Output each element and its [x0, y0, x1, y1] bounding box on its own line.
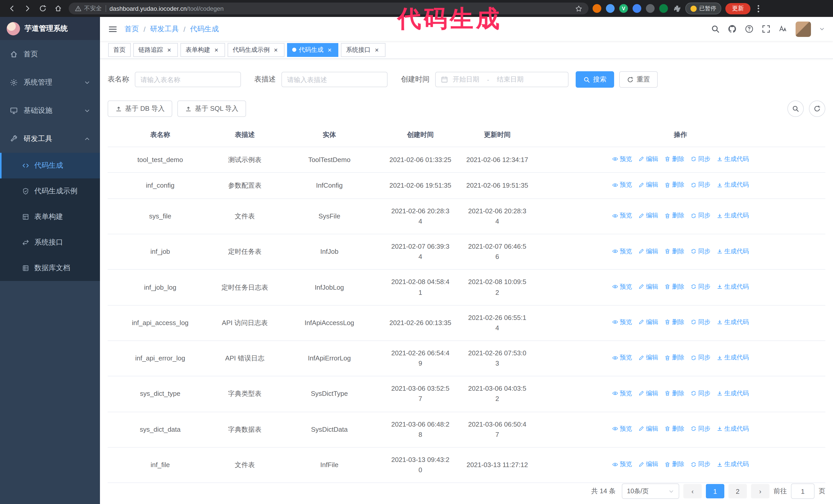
edit-action-link[interactable]: 编辑	[638, 246, 658, 256]
preview-action-link[interactable]: 预览	[612, 388, 632, 398]
browser-back-button[interactable]	[5, 2, 19, 15]
edit-action-link[interactable]: 编辑	[638, 388, 658, 398]
generate-code-action-link[interactable]: 生成代码	[717, 154, 749, 164]
date-range-picker[interactable]: 开始日期 - 结束日期	[435, 72, 569, 87]
tab-codegen[interactable]: 代码生成×	[287, 43, 338, 57]
edit-action-link[interactable]: 编辑	[638, 317, 658, 327]
delete-action-link[interactable]: 删除	[664, 460, 684, 469]
sync-action-link[interactable]: 同步	[690, 460, 711, 469]
paused-badge[interactable]: 已暂停	[685, 3, 721, 14]
delete-action-link[interactable]: 删除	[664, 353, 684, 362]
generate-code-action-link[interactable]: 生成代码	[717, 282, 749, 291]
next-page-button[interactable]: ›	[751, 484, 769, 498]
user-avatar[interactable]	[795, 21, 811, 37]
edit-action-link[interactable]: 编辑	[638, 211, 658, 220]
search-toggle-button[interactable]	[787, 100, 804, 117]
gray-extension-icon[interactable]	[646, 4, 654, 13]
app-logo[interactable]: 芋道管理系统	[0, 17, 100, 40]
generate-code-action-link[interactable]: 生成代码	[717, 317, 749, 327]
sidebar-item-form-builder[interactable]: 表单构建	[0, 204, 100, 230]
preview-action-link[interactable]: 预览	[612, 282, 632, 291]
tab-tracer[interactable]: 链路追踪×	[133, 43, 178, 57]
sync-action-link[interactable]: 同步	[690, 317, 711, 327]
delete-action-link[interactable]: 删除	[664, 246, 684, 256]
security-chip[interactable]: 不安全	[75, 5, 102, 12]
tab-codegen-example[interactable]: 代码生成示例×	[228, 43, 285, 57]
sync-action-link[interactable]: 同步	[690, 246, 711, 256]
edit-action-link[interactable]: 编辑	[638, 180, 658, 190]
tab-close-icon[interactable]: ×	[326, 46, 333, 53]
edit-action-link[interactable]: 编辑	[638, 353, 658, 362]
preview-action-link[interactable]: 预览	[612, 317, 632, 327]
sidebar-item-codegen-example[interactable]: 代码生成示例	[0, 178, 100, 204]
generate-code-action-link[interactable]: 生成代码	[717, 211, 749, 220]
help-icon[interactable]	[745, 25, 754, 33]
address-bar[interactable]: 不安全 dashboard.yudao.iocoder.cn/tool/code…	[69, 3, 589, 14]
green-extension-icon[interactable]	[659, 4, 668, 13]
delete-action-link[interactable]: 删除	[664, 424, 684, 433]
browser-reload-button[interactable]	[36, 2, 49, 15]
browser-fwd-button[interactable]	[21, 2, 34, 15]
sync-action-link[interactable]: 同步	[690, 282, 711, 291]
font-icon[interactable]	[779, 25, 787, 33]
breadcrumb-item[interactable]: 研发工具	[150, 24, 179, 33]
table-name-input[interactable]	[135, 72, 241, 87]
sync-action-link[interactable]: 同步	[690, 154, 711, 164]
sidebar-item-devtools[interactable]: 研发工具	[0, 125, 100, 153]
sidebar-item-infra[interactable]: 基础设施	[0, 96, 100, 125]
expand-icon[interactable]	[762, 25, 770, 33]
tab-close-icon[interactable]: ×	[166, 46, 173, 53]
search-button[interactable]: 搜索	[576, 71, 614, 88]
reset-button[interactable]: 重置	[619, 71, 658, 88]
preview-action-link[interactable]: 预览	[612, 180, 632, 190]
sidebar-item-system[interactable]: 系统管理	[0, 68, 100, 96]
refresh-button[interactable]	[809, 100, 825, 117]
edit-action-link[interactable]: 编辑	[638, 154, 658, 164]
sync-action-link[interactable]: 同步	[690, 424, 711, 433]
generate-code-action-link[interactable]: 生成代码	[717, 424, 749, 433]
profiles-extension-icon[interactable]	[633, 4, 641, 13]
avatar-caret-icon[interactable]	[819, 26, 825, 32]
edit-action-link[interactable]: 编辑	[638, 282, 658, 291]
import-db-button[interactable]: 基于 DB 导入	[108, 100, 172, 117]
delete-action-link[interactable]: 删除	[664, 282, 684, 291]
vue-devtools-icon[interactable]: V	[619, 4, 628, 13]
bookmark-star-icon[interactable]	[575, 5, 582, 12]
tab-close-icon[interactable]: ×	[373, 46, 380, 53]
delete-action-link[interactable]: 删除	[664, 180, 684, 190]
generate-code-action-link[interactable]: 生成代码	[717, 388, 749, 398]
delete-action-link[interactable]: 删除	[664, 154, 684, 164]
preview-action-link[interactable]: 预览	[612, 353, 632, 362]
hamburger-icon[interactable]	[108, 24, 117, 33]
tab-close-icon[interactable]: ×	[272, 46, 279, 53]
page-button-1[interactable]: 1	[706, 484, 724, 498]
generate-code-action-link[interactable]: 生成代码	[717, 460, 749, 469]
sync-action-link[interactable]: 同步	[690, 388, 711, 398]
generate-code-action-link[interactable]: 生成代码	[717, 353, 749, 362]
sync-action-link[interactable]: 同步	[690, 180, 711, 190]
edit-action-link[interactable]: 编辑	[638, 424, 658, 433]
preview-action-link[interactable]: 预览	[612, 211, 632, 220]
browser-menu-icon[interactable]	[755, 3, 762, 14]
search-icon[interactable]	[711, 25, 720, 33]
page-size-select[interactable]: 10条/页	[622, 483, 679, 499]
sidebar-item-api[interactable]: 系统接口	[0, 230, 100, 255]
tab-form-builder[interactable]: 表单构建×	[181, 43, 225, 57]
delete-action-link[interactable]: 删除	[664, 388, 684, 398]
sidebar-item-db-doc[interactable]: 数据库文档	[0, 255, 100, 281]
sidebar-item-home[interactable]: 首页	[0, 40, 100, 68]
delete-action-link[interactable]: 删除	[664, 211, 684, 220]
tab-api[interactable]: 系统接口×	[341, 43, 385, 57]
tab-close-icon[interactable]: ×	[213, 46, 220, 53]
browser-update-button[interactable]: 更新	[725, 3, 751, 14]
sync-action-link[interactable]: 同步	[690, 211, 711, 220]
preview-action-link[interactable]: 预览	[612, 246, 632, 256]
github-icon[interactable]	[728, 25, 737, 33]
breadcrumb-item[interactable]: 首页	[124, 24, 139, 33]
blue-extension-icon[interactable]	[606, 4, 615, 13]
prev-page-button[interactable]: ‹	[683, 484, 702, 498]
sync-action-link[interactable]: 同步	[690, 353, 711, 362]
preview-action-link[interactable]: 预览	[612, 154, 632, 164]
goto-page-input[interactable]	[791, 483, 814, 499]
table-desc-input[interactable]	[281, 72, 387, 87]
